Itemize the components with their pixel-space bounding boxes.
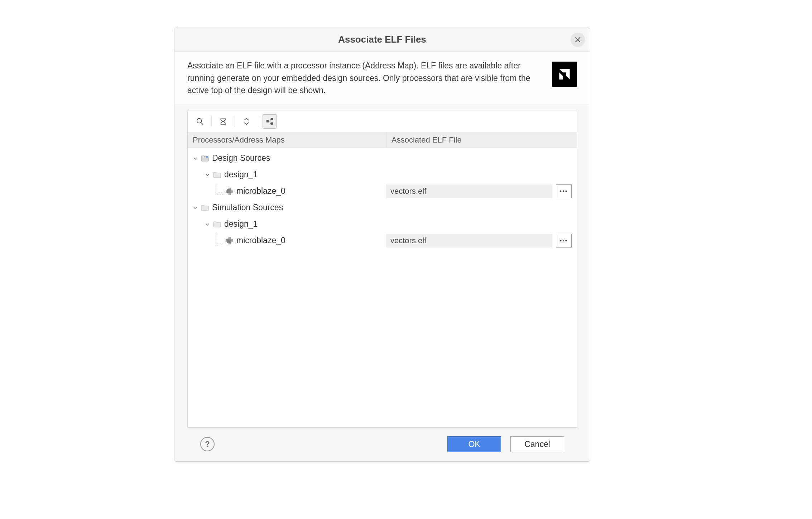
expand-all-icon bbox=[242, 117, 250, 125]
folder-icon bbox=[213, 170, 221, 179]
svg-point-1 bbox=[197, 119, 202, 123]
chevron-down-icon[interactable] bbox=[191, 154, 199, 162]
close-icon bbox=[575, 37, 581, 43]
tree-elbow-icon bbox=[216, 184, 223, 194]
collapse-all-icon bbox=[219, 117, 227, 125]
expand-all-button[interactable] bbox=[239, 114, 254, 129]
search-button[interactable] bbox=[193, 114, 207, 129]
tree-node-design-sources[interactable]: Design Sources bbox=[188, 150, 577, 167]
dialog-description: Associate an ELF file with a processor i… bbox=[187, 59, 552, 97]
svg-rect-6 bbox=[271, 118, 273, 120]
info-section: Associate an ELF file with a processor i… bbox=[174, 52, 590, 105]
tree-node-simulation-sources[interactable]: Simulation Sources bbox=[188, 200, 577, 216]
chevron-down-icon[interactable] bbox=[191, 204, 199, 212]
svg-rect-9 bbox=[227, 189, 231, 193]
tree-label: Design Sources bbox=[212, 153, 270, 163]
tree-label: design_1 bbox=[224, 170, 258, 179]
dialog-footer: ? OK Cancel bbox=[187, 428, 577, 456]
associate-elf-dialog: Associate ELF Files Associate an ELF fil… bbox=[174, 28, 590, 462]
tree-elbow-icon bbox=[216, 233, 223, 244]
processor-icon bbox=[225, 187, 234, 196]
tree-node-sim-microblaze[interactable]: microblaze_0 ••• bbox=[188, 232, 577, 249]
svg-rect-7 bbox=[271, 122, 273, 125]
amd-logo-icon bbox=[552, 62, 577, 87]
browse-elf-button-design[interactable]: ••• bbox=[556, 184, 572, 198]
table-toolbar bbox=[188, 111, 577, 133]
svg-point-8 bbox=[206, 156, 208, 157]
svg-rect-5 bbox=[266, 120, 269, 122]
ellipsis-icon: ••• bbox=[560, 188, 568, 194]
browse-elf-button-simulation[interactable]: ••• bbox=[556, 234, 572, 248]
column-headers: Processors/Address Maps Associated ELF F… bbox=[188, 133, 577, 148]
search-icon bbox=[196, 117, 204, 125]
column-header-elf[interactable]: Associated ELF File bbox=[386, 133, 577, 148]
help-icon: ? bbox=[205, 439, 210, 449]
svg-rect-22 bbox=[227, 239, 231, 243]
dialog-title: Associate ELF Files bbox=[338, 34, 426, 45]
tree-label: microblaze_0 bbox=[236, 186, 285, 196]
tree-node-sim-design-1[interactable]: design_1 bbox=[188, 216, 577, 232]
chevron-down-icon[interactable] bbox=[203, 220, 211, 228]
tree-node-design-1[interactable]: design_1 bbox=[188, 167, 577, 183]
folder-icon bbox=[213, 220, 221, 229]
tree-label: microblaze_0 bbox=[236, 236, 285, 245]
folder-icon bbox=[201, 154, 209, 163]
close-button[interactable] bbox=[571, 33, 585, 47]
elf-file-input-simulation[interactable] bbox=[386, 234, 552, 248]
processor-icon bbox=[225, 236, 234, 245]
tree-node-design-microblaze[interactable]: microblaze_0 ••• bbox=[188, 183, 577, 200]
chevron-down-icon[interactable] bbox=[203, 171, 211, 179]
cancel-button[interactable]: Cancel bbox=[510, 436, 564, 452]
ellipsis-icon: ••• bbox=[560, 237, 568, 244]
hierarchy-icon bbox=[266, 117, 274, 125]
dialog-titlebar: Associate ELF Files bbox=[174, 28, 590, 52]
svg-line-2 bbox=[201, 122, 203, 125]
help-button[interactable]: ? bbox=[200, 437, 215, 451]
collapse-all-button[interactable] bbox=[216, 114, 230, 129]
ok-button[interactable]: OK bbox=[447, 436, 501, 452]
column-header-processors[interactable]: Processors/Address Maps bbox=[188, 133, 386, 148]
table-panel: Processors/Address Maps Associated ELF F… bbox=[187, 111, 577, 428]
show-hierarchy-button[interactable] bbox=[263, 114, 277, 129]
folder-icon bbox=[201, 203, 209, 212]
tree-label: design_1 bbox=[224, 219, 258, 229]
tree-label: Simulation Sources bbox=[212, 203, 283, 212]
elf-file-input-design[interactable] bbox=[386, 184, 552, 198]
svg-rect-0 bbox=[555, 65, 574, 83]
tree-area: Design Sources bbox=[188, 148, 577, 428]
